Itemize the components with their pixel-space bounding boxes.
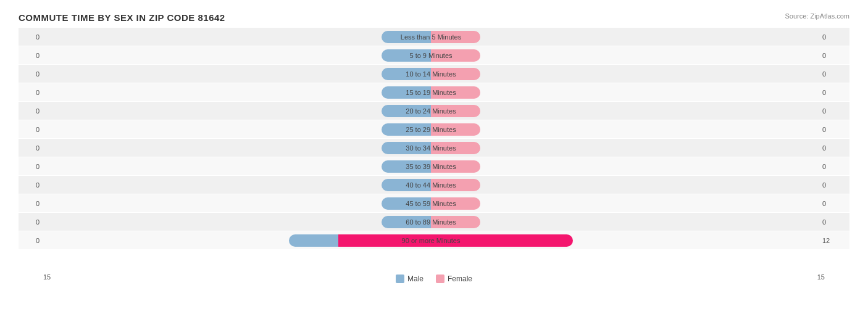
source-text: Source: ZipAtlas.com: [785, 12, 849, 20]
male-bar: [382, 123, 431, 136]
right-value: 0: [819, 144, 849, 152]
bars-area: 0Less than 5 Minutes005 to 9 Minutes0010…: [19, 28, 849, 268]
female-bar: [431, 197, 480, 210]
female-bar: [431, 142, 480, 154]
bar-center: 30 to 34 Minutes: [43, 139, 819, 157]
bar-row: 020 to 24 Minutes0: [19, 102, 849, 120]
bar-pair: 90 or more Minutes: [277, 234, 585, 247]
bar-center: 15 to 19 Minutes: [43, 83, 819, 101]
female-swatch: [436, 275, 444, 283]
female-bar: [431, 123, 480, 136]
female-bar: [431, 86, 480, 99]
left-value: 0: [19, 52, 43, 59]
bar-pair: 25 to 29 Minutes: [277, 123, 585, 136]
male-bar: [382, 86, 431, 99]
right-value: 12: [819, 237, 849, 244]
bar-center: 10 to 14 Minutes: [43, 65, 819, 83]
male-bar: [382, 142, 431, 154]
female-bar: [431, 31, 480, 43]
bar-row: 060 to 89 Minutes0: [19, 213, 849, 231]
left-value: 0: [19, 163, 43, 170]
chart-container: COMMUTE TIME BY SEX IN ZIP CODE 81642 So…: [0, 0, 868, 322]
axis-left: 15: [43, 273, 51, 281]
bar-center: 25 to 29 Minutes: [43, 120, 819, 138]
axis-right: 15: [817, 273, 825, 281]
bar-center: 60 to 89 Minutes: [43, 213, 819, 231]
male-bar: [382, 197, 431, 210]
female-bar: [431, 160, 480, 173]
male-bar: [382, 105, 431, 117]
chart-title: COMMUTE TIME BY SEX IN ZIP CODE 81642: [19, 12, 849, 23]
legend-male: Male: [396, 275, 424, 283]
bar-center: 5 to 9 Minutes: [43, 46, 819, 64]
left-value: 0: [19, 237, 43, 244]
bar-row: 0Less than 5 Minutes0: [19, 28, 849, 46]
bar-pair: 15 to 19 Minutes: [277, 86, 585, 99]
bar-pair: Less than 5 Minutes: [277, 31, 585, 43]
left-value: 0: [19, 181, 43, 189]
bar-row: 090 or more Minutes12: [19, 231, 849, 249]
male-bar: [382, 31, 431, 43]
left-value: 0: [19, 200, 43, 207]
bar-pair: 5 to 9 Minutes: [277, 49, 585, 62]
male-bar: [382, 68, 431, 80]
legend: Male Female: [396, 275, 472, 283]
bar-pair: 20 to 24 Minutes: [277, 105, 585, 117]
right-value: 0: [819, 107, 849, 115]
bar-center: 40 to 44 Minutes: [43, 176, 819, 194]
bar-center: 20 to 24 Minutes: [43, 102, 819, 120]
bar-center: Less than 5 Minutes: [43, 28, 819, 46]
bar-pair: 35 to 39 Minutes: [277, 160, 585, 173]
male-label: Male: [407, 275, 424, 283]
male-bar: [382, 179, 431, 191]
right-value: 0: [819, 126, 849, 133]
bar-center: 35 to 39 Minutes: [43, 157, 819, 175]
left-value: 0: [19, 89, 43, 96]
axis-row: 15 Male Female 15: [19, 271, 849, 283]
right-value: 0: [819, 89, 849, 96]
bar-row: 035 to 39 Minutes0: [19, 157, 849, 175]
female-bar-special: [338, 234, 573, 247]
bar-center: 90 or more Minutes: [43, 231, 819, 249]
right-value: 0: [819, 70, 849, 78]
bar-pair: 10 to 14 Minutes: [277, 68, 585, 80]
bar-row: 045 to 59 Minutes0: [19, 194, 849, 212]
right-value: 0: [819, 200, 849, 207]
female-bar: [431, 49, 480, 62]
right-value: 0: [819, 181, 849, 189]
bar-pair: 45 to 59 Minutes: [277, 197, 585, 210]
left-value: 0: [19, 70, 43, 78]
bar-row: 05 to 9 Minutes0: [19, 46, 849, 64]
male-bar: [382, 49, 431, 62]
left-value: 0: [19, 33, 43, 41]
right-value: 0: [819, 163, 849, 170]
left-value: 0: [19, 107, 43, 115]
bar-pair: 60 to 89 Minutes: [277, 216, 585, 228]
female-bar: [431, 68, 480, 80]
right-value: 0: [819, 52, 849, 59]
left-value: 0: [19, 218, 43, 226]
bar-row: 030 to 34 Minutes0: [19, 139, 849, 157]
bar-pair: 40 to 44 Minutes: [277, 179, 585, 191]
male-bar: [382, 216, 431, 228]
male-swatch: [396, 275, 404, 283]
bar-row: 015 to 19 Minutes0: [19, 83, 849, 101]
bar-center: 45 to 59 Minutes: [43, 194, 819, 212]
female-bar: [431, 216, 480, 228]
bar-row: 025 to 29 Minutes0: [19, 120, 849, 138]
female-bar: [431, 105, 480, 117]
female-bar: [431, 179, 480, 191]
bar-row: 010 to 14 Minutes0: [19, 65, 849, 83]
right-value: 0: [819, 218, 849, 226]
male-bar: [289, 234, 338, 247]
bar-pair: 30 to 34 Minutes: [277, 142, 585, 154]
legend-female: Female: [436, 275, 472, 283]
left-value: 0: [19, 126, 43, 133]
male-bar: [382, 160, 431, 173]
left-value: 0: [19, 144, 43, 152]
right-value: 0: [819, 33, 849, 41]
female-label: Female: [448, 275, 472, 283]
bar-row: 040 to 44 Minutes0: [19, 176, 849, 194]
